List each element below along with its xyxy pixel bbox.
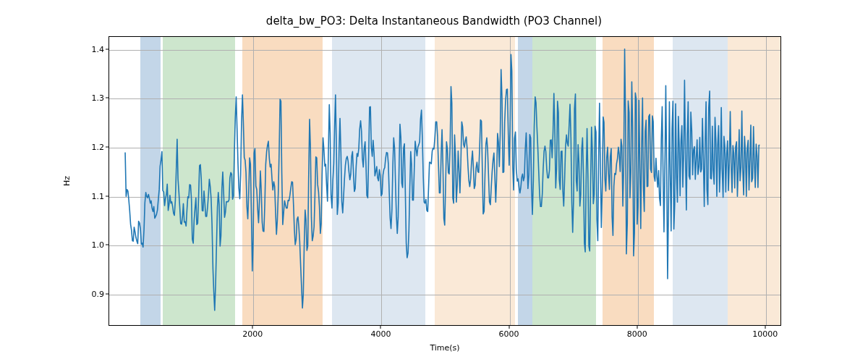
plot-area <box>109 36 781 326</box>
x-tick-label: 10000 <box>752 329 778 339</box>
x-tick-label: 2000 <box>242 329 263 339</box>
x-tick-label: 4000 <box>370 329 391 339</box>
y-tick-label: 1.2 <box>72 142 104 151</box>
x-tick <box>380 326 381 329</box>
y-tick-label: 1.4 <box>72 44 104 54</box>
y-tick-label: 1.3 <box>72 93 104 103</box>
x-tick <box>509 326 509 329</box>
x-tick <box>252 326 253 329</box>
x-tick-label: 8000 <box>627 329 647 339</box>
y-tick-label: 1.0 <box>72 240 104 250</box>
x-axis-label: Time(s) <box>430 343 459 353</box>
x-tick <box>637 326 637 329</box>
y-tick-label: 0.9 <box>72 290 104 299</box>
figure: delta_bw_PO3: Delta Instantaneous Bandwi… <box>0 0 868 362</box>
y-axis-label: Hz <box>62 176 72 186</box>
x-tick <box>765 326 765 329</box>
y-tick-label: 1.1 <box>72 191 104 201</box>
data-line <box>109 37 780 325</box>
series-line <box>125 49 760 311</box>
chart-title: delta_bw_PO3: Delta Instantaneous Bandwi… <box>0 14 868 28</box>
x-tick-label: 6000 <box>499 329 519 339</box>
